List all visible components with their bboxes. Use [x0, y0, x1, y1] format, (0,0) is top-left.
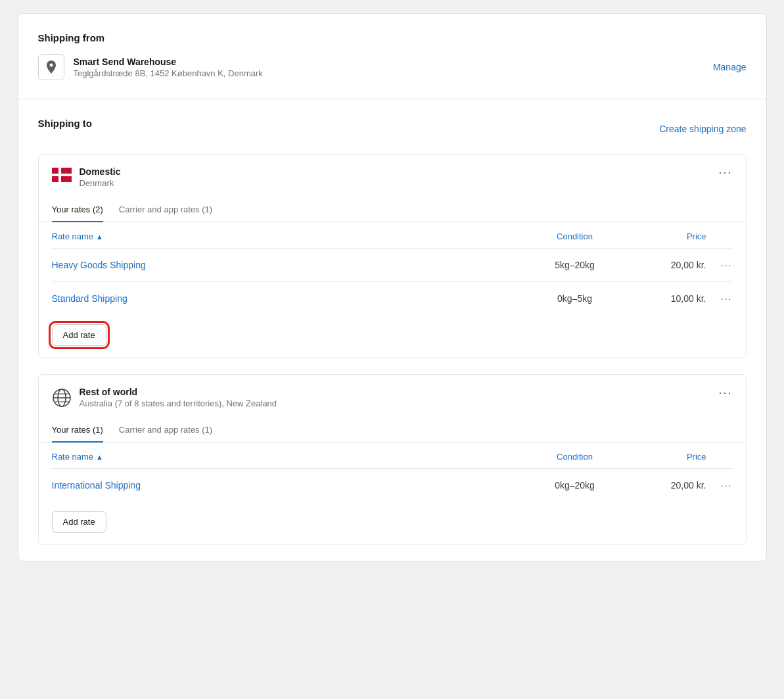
zone-domestic-tabs: Your rates (2) Carrier and app rates (1) [39, 197, 746, 222]
add-rate-area-domestic: Add rate [39, 315, 746, 358]
rate-condition-heavy-goods: 5kg–20kg [522, 260, 628, 270]
zone-domestic-info: Domestic Denmark [80, 166, 121, 188]
add-rate-area-row: Add rate [39, 502, 746, 544]
shipping-to-section: Shipping to Create shipping zone Domesti… [18, 99, 766, 545]
rate-row-standard: Standard Shipping 0kg–5kg 10,00 kr. ··· [52, 282, 733, 315]
rates-header-domestic: Rate name ▲ Condition Price [52, 222, 733, 249]
rate-actions-international[interactable]: ··· [706, 479, 733, 491]
col-header-price-row: Price [628, 452, 706, 462]
location-icon-box [38, 54, 64, 80]
tab-carrier-rates-domestic[interactable]: Carrier and app rates (1) [119, 198, 212, 222]
rate-row-international: International Shipping 0kg–20kg 20,00 kr… [52, 469, 733, 502]
location-pin-icon [45, 60, 57, 74]
zone-row-header-left: Rest of world Australia (7 of 8 states a… [52, 387, 277, 408]
rate-actions-heavy-goods[interactable]: ··· [706, 259, 733, 271]
create-shipping-zone-link[interactable]: Create shipping zone [659, 124, 746, 134]
rate-price-international: 20,00 kr. [628, 480, 706, 491]
tab-your-rates-row[interactable]: Your rates (1) [52, 418, 103, 443]
zone-row-name: Rest of world [80, 387, 277, 397]
rate-condition-standard: 0kg–5kg [522, 293, 628, 304]
rate-menu-heavy-goods[interactable]: ··· [721, 260, 733, 270]
col-header-condition-domestic: Condition [522, 231, 628, 241]
col-header-price-domestic: Price [628, 231, 706, 241]
manage-link[interactable]: Manage [713, 62, 747, 72]
shipping-from-section: Shipping from Smart Send Warehouse Teglg… [18, 14, 766, 99]
tab-your-rates-domestic[interactable]: Your rates (2) [52, 198, 103, 222]
rate-menu-international[interactable]: ··· [721, 480, 733, 491]
zone-domestic-header: Domestic Denmark ··· [39, 155, 746, 197]
sort-arrow-row: ▲ [96, 453, 103, 461]
rate-name-international[interactable]: International Shipping [52, 480, 522, 491]
rate-condition-international: 0kg–20kg [522, 480, 628, 491]
zone-row-header: Rest of world Australia (7 of 8 states a… [39, 375, 746, 418]
zone-row-menu-button[interactable]: ··· [718, 387, 732, 398]
rate-price-standard: 10,00 kr. [628, 293, 706, 304]
warehouse-address: Teglgårdstræde 8B, 1452 København K, Den… [74, 68, 263, 78]
denmark-flag-icon [52, 168, 72, 182]
zone-row-rates-table: Rate name ▲ Condition Price Internationa… [39, 443, 746, 502]
globe-icon [52, 388, 72, 408]
rate-menu-standard[interactable]: ··· [721, 293, 733, 304]
rate-name-heavy-goods[interactable]: Heavy Goods Shipping [52, 260, 522, 270]
zone-row-tabs: Your rates (1) Carrier and app rates (1) [39, 418, 746, 443]
warehouse-text: Smart Send Warehouse Teglgårdstræde 8B, … [74, 57, 263, 78]
tab-carrier-rates-row[interactable]: Carrier and app rates (1) [119, 418, 212, 443]
col-header-rate-name-domestic: Rate name ▲ [52, 231, 522, 241]
zone-rest-of-world: Rest of world Australia (7 of 8 states a… [38, 374, 747, 545]
shipping-from-title: Shipping from [38, 32, 747, 43]
zone-domestic-name: Domestic [80, 166, 121, 177]
zone-row-countries: Australia (7 of 8 states and territories… [80, 398, 277, 408]
warehouse-name: Smart Send Warehouse [74, 57, 263, 67]
sort-arrow-domestic: ▲ [96, 233, 103, 241]
zone-domestic-rates-table: Rate name ▲ Condition Price Heavy Goods … [39, 222, 746, 315]
zone-domestic-menu-button[interactable]: ··· [718, 166, 732, 178]
col-header-rate-name-row: Rate name ▲ [52, 452, 522, 462]
col-header-condition-row: Condition [522, 452, 628, 462]
shipping-to-title: Shipping to [38, 118, 92, 129]
rates-header-row: Rate name ▲ Condition Price [52, 443, 733, 469]
rate-actions-standard[interactable]: ··· [706, 293, 733, 304]
add-rate-button-row[interactable]: Add rate [52, 511, 106, 533]
add-rate-button-domestic[interactable]: Add rate [52, 324, 106, 346]
zone-row-info: Rest of world Australia (7 of 8 states a… [80, 387, 277, 408]
zone-domestic-header-left: Domestic Denmark [52, 166, 121, 188]
page-container: Shipping from Smart Send Warehouse Teglg… [18, 13, 767, 562]
zone-domestic: Domestic Denmark ··· Your rates (2) Carr… [38, 154, 747, 358]
warehouse-info: Smart Send Warehouse Teglgårdstræde 8B, … [38, 54, 263, 80]
rate-name-standard[interactable]: Standard Shipping [52, 293, 522, 304]
warehouse-row: Smart Send Warehouse Teglgårdstræde 8B, … [38, 54, 747, 80]
rate-price-heavy-goods: 20,00 kr. [628, 260, 706, 270]
shipping-to-header: Shipping to Create shipping zone [38, 118, 747, 139]
rate-row-heavy-goods: Heavy Goods Shipping 5kg–20kg 20,00 kr. … [52, 249, 733, 282]
zone-domestic-countries: Denmark [80, 178, 121, 188]
